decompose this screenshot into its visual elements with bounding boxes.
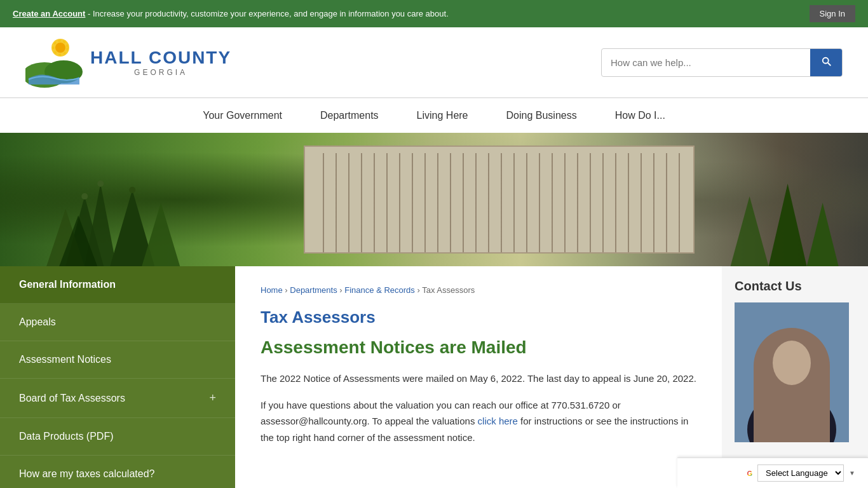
header: HALL COUNTY GEORGIA — [0, 27, 868, 98]
hall-county-logo — [25, 34, 83, 91]
section-title: Assessment Notices are Mailed — [261, 337, 696, 358]
search-input[interactable] — [602, 51, 810, 74]
sidebar-item-data-products[interactable]: Data Products (PDF) — [0, 418, 235, 456]
svg-marker-16 — [806, 203, 838, 266]
left-sidebar: General Information Appeals Assessment N… — [0, 266, 235, 488]
logo-area: HALL COUNTY GEORGIA — [25, 34, 231, 91]
svg-point-23 — [781, 361, 787, 369]
sidebar-item-board-of-tax-assessors[interactable]: Board of Tax Assessors + — [0, 379, 235, 418]
svg-marker-19 — [782, 385, 801, 430]
breadcrumb-home[interactable]: Home — [261, 285, 283, 295]
nav-item-how-do-i[interactable]: How Do I... — [596, 98, 684, 133]
svg-marker-14 — [730, 196, 768, 266]
breadcrumb-separator-3: › — [417, 285, 422, 295]
hero-image — [0, 133, 868, 266]
main-nav: Your Government Departments Living Here … — [0, 98, 868, 133]
content-paragraph-1: The 2022 Notice of Assessments were mail… — [261, 370, 696, 387]
svg-point-22 — [770, 333, 813, 358]
banner-text: Create an Account - Increase your produc… — [13, 9, 449, 18]
create-account-link[interactable]: Create an Account — [13, 9, 85, 18]
sidebar-item-appeals[interactable]: Appeals — [0, 304, 235, 341]
svg-point-11 — [81, 193, 88, 200]
right-sidebar: Contact Us — [722, 266, 868, 488]
main-page-content: Home › Departments › Finance & Records ›… — [235, 266, 722, 488]
nav-item-your-government[interactable]: Your Government — [184, 98, 301, 133]
sidebar-item-general-information[interactable]: General Information — [0, 266, 235, 304]
expand-icon: + — [209, 391, 216, 405]
sign-in-button[interactable]: Sign In — [810, 5, 855, 22]
hero-trees — [0, 133, 347, 266]
hero-building — [304, 146, 695, 254]
logo-text-area: HALL COUNTY GEORGIA — [90, 48, 231, 77]
nav-item-living-here[interactable]: Living Here — [398, 98, 487, 133]
top-banner: Create an Account - Increase your produc… — [0, 0, 868, 27]
click-here-link[interactable]: click here — [478, 416, 518, 426]
svg-point-18 — [747, 391, 836, 442]
contact-person-image — [735, 302, 849, 442]
svg-marker-9 — [142, 203, 180, 266]
chevron-down-icon: ▼ — [849, 470, 855, 477]
page-title: Tax Assessors — [261, 308, 696, 327]
contact-title: Contact Us — [735, 279, 855, 294]
content-area: General Information Appeals Assessment N… — [0, 266, 868, 488]
logo-title: HALL COUNTY — [90, 48, 231, 68]
breadcrumb-departments[interactable]: Departments — [290, 285, 337, 295]
breadcrumb: Home › Departments › Finance & Records ›… — [261, 285, 696, 295]
svg-marker-15 — [768, 184, 806, 266]
breadcrumb-finance-records[interactable]: Finance & Records — [344, 285, 415, 295]
logo-subtitle: GEORGIA — [90, 68, 231, 77]
banner-description: - Increase your productivity, customize … — [88, 9, 449, 18]
sidebar-item-assessment-notices[interactable]: Assessment Notices — [0, 341, 235, 379]
search-button[interactable] — [810, 49, 842, 76]
translate-bar: G Select Language English Spanish French… — [677, 458, 868, 488]
google-logo: G — [747, 470, 753, 477]
search-bar — [601, 48, 843, 77]
sidebar-item-label: Board of Tax Assessors — [19, 393, 125, 404]
breadcrumb-current: Tax Assessors — [422, 285, 475, 295]
nav-item-doing-business[interactable]: Doing Business — [487, 98, 596, 133]
svg-marker-20 — [790, 385, 794, 407]
contact-photo — [735, 302, 849, 442]
content-paragraph-2: If you have questions about the valuatio… — [261, 397, 696, 446]
svg-point-21 — [770, 341, 814, 391]
language-select[interactable]: Select Language English Spanish French — [757, 464, 844, 482]
search-icon — [820, 55, 832, 67]
svg-point-3 — [55, 43, 65, 53]
nav-item-departments[interactable]: Departments — [301, 98, 398, 133]
hero-right-trees — [695, 133, 868, 266]
sidebar-item-taxes-calculated[interactable]: How are my taxes calculated? — [0, 456, 235, 488]
svg-point-12 — [97, 180, 104, 187]
svg-point-24 — [796, 361, 803, 369]
svg-point-13 — [129, 187, 135, 193]
